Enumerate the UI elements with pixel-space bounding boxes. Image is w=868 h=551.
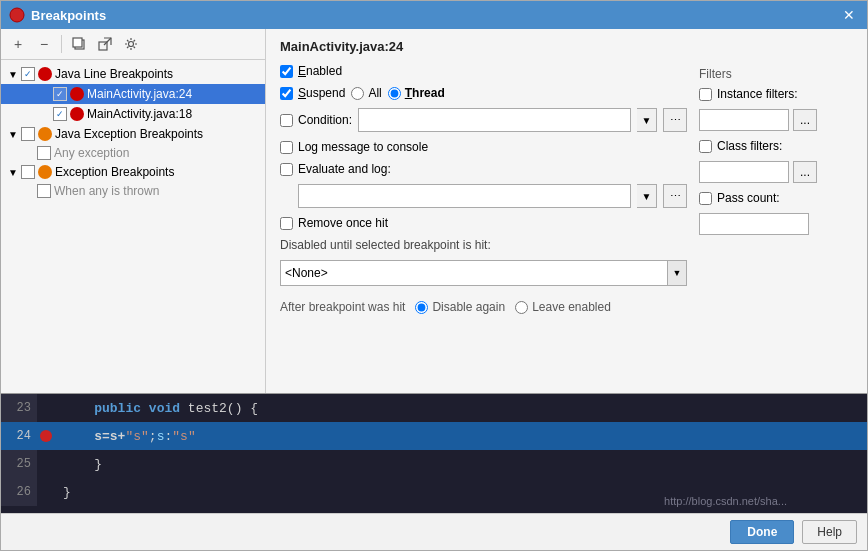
remove-once-checkbox[interactable] (280, 217, 293, 230)
main-content: + − (1, 29, 867, 393)
bp-marker-24 (37, 422, 55, 450)
log-message-row: Log message to console (280, 140, 687, 154)
pass-count-checkbox[interactable] (699, 192, 712, 205)
java-exception-checkbox[interactable] (21, 127, 35, 141)
instance-filters-input[interactable] (699, 109, 789, 131)
settings-icon (124, 37, 138, 51)
tree-item-java-line-bp[interactable]: ▼ ✓ Java Line Breakpoints (1, 64, 265, 84)
add-button[interactable]: + (7, 33, 29, 55)
class-filters-checkbox[interactable] (699, 140, 712, 153)
enabled-label: Enabled (298, 64, 342, 78)
code-area: 23 public void test2() { 24 s=s+ "s" ; (1, 393, 867, 513)
enabled-checkbox-label[interactable]: Enabled (280, 64, 342, 78)
class-filters-input[interactable] (699, 161, 789, 183)
line-num-23: 23 (1, 394, 37, 422)
pass-count-row: Pass count: (699, 191, 857, 205)
all-radio-label[interactable]: All (351, 86, 381, 100)
condition-checkbox-label[interactable]: Condition: (280, 113, 352, 127)
pass-count-label[interactable]: Pass count: (699, 191, 780, 205)
filters-section: Filters Instance filters: ... (699, 67, 857, 243)
exception-bp-icon (38, 165, 52, 179)
tree-arrow4: ▼ (5, 164, 21, 180)
any-exception-checkbox[interactable] (37, 146, 51, 160)
log-message-checkbox-label[interactable]: Log message to console (280, 140, 428, 154)
evaluate-input[interactable] (298, 184, 631, 208)
leave-enabled-radio[interactable] (515, 301, 528, 314)
log-message-checkbox[interactable] (280, 141, 293, 154)
instance-filters-text: Instance filters: (717, 87, 798, 101)
all-radio[interactable] (351, 87, 364, 100)
suspend-row: Suspend All Thread (280, 86, 687, 100)
main-18-checkbox[interactable]: ✓ (53, 107, 67, 121)
condition-dropdown-btn[interactable]: ▼ (637, 108, 657, 132)
none-dropdown-arrow[interactable]: ▼ (667, 260, 687, 286)
breakpoint-icon (9, 7, 25, 23)
disabled-until-row: Disabled until selected breakpoint is hi… (280, 238, 687, 252)
thread-radio-label[interactable]: Thread (388, 86, 445, 100)
evaluate-dropdown-btn[interactable]: ▼ (637, 184, 657, 208)
class-filters-text: Class filters: (717, 139, 782, 153)
exception-bp-label: Exception Breakpoints (55, 165, 174, 179)
tree-item-exception-bp[interactable]: ▼ Exception Breakpoints (1, 162, 265, 182)
instance-filters-checkbox[interactable] (699, 88, 712, 101)
disable-again-radio[interactable] (415, 301, 428, 314)
exception-bp-checkbox[interactable] (21, 165, 35, 179)
pass-count-input[interactable] (699, 213, 809, 235)
bp-marker-26 (37, 478, 55, 506)
condition-input[interactable] (358, 108, 631, 132)
svg-rect-2 (73, 38, 82, 47)
tree-item-main-18[interactable]: ✓ MainActivity.java:18 (1, 104, 265, 124)
disable-again-radio-label[interactable]: Disable again (415, 300, 505, 314)
remove-button[interactable]: − (33, 33, 55, 55)
line-num-26: 26 (1, 478, 37, 506)
tree-item-main-24[interactable]: ✓ MainActivity.java:24 (1, 84, 265, 104)
when-thrown-checkbox[interactable] (37, 184, 51, 198)
none-select[interactable]: <None> (280, 260, 667, 286)
export-button[interactable] (94, 33, 116, 55)
condition-checkbox[interactable] (280, 114, 293, 127)
evaluate-checkbox-label[interactable]: Evaluate and log: (280, 162, 391, 176)
enabled-checkbox[interactable] (280, 65, 293, 78)
class-filters-row: Class filters: (699, 139, 857, 153)
class-filters-dots-btn[interactable]: ... (793, 161, 817, 183)
copy-button[interactable] (68, 33, 90, 55)
title-bar-left: Breakpoints (9, 7, 106, 23)
line-num-24: 24 (1, 422, 37, 450)
pass-count-input-row (699, 213, 857, 235)
breakpoint-tree: ▼ ✓ Java Line Breakpoints ✓ MainActivity… (1, 60, 265, 393)
evaluate-input-row: ▼ ⋯ (280, 184, 687, 208)
breakpoint-dot (40, 430, 52, 442)
java-line-bp-checkbox[interactable]: ✓ (21, 67, 35, 81)
instance-filters-dots-btn[interactable]: ... (793, 109, 817, 131)
evaluate-checkbox[interactable] (280, 163, 293, 176)
when-thrown-label: When any is thrown (54, 184, 159, 198)
suspend-checkbox[interactable] (280, 87, 293, 100)
java-line-bp-icon (38, 67, 52, 81)
line-content-24: s=s+ "s" ; s : "s" (55, 422, 867, 450)
main-18-icon (70, 107, 84, 121)
tree-item-any-exception[interactable]: Any exception (1, 144, 265, 162)
evaluate-icon-btn[interactable]: ⋯ (663, 184, 687, 208)
evaluate-label: Evaluate and log: (298, 162, 391, 176)
tree-item-java-exception[interactable]: ▼ Java Exception Breakpoints (1, 124, 265, 144)
settings-button[interactable] (120, 33, 142, 55)
main-24-checkbox[interactable]: ✓ (53, 87, 67, 101)
help-button[interactable]: Help (802, 520, 857, 544)
condition-icon-btn[interactable]: ⋯ (663, 108, 687, 132)
instance-filters-label[interactable]: Instance filters: (699, 87, 798, 101)
remove-once-checkbox-label[interactable]: Remove once hit (280, 216, 388, 230)
copy-icon (72, 37, 86, 51)
instance-filters-row: Instance filters: (699, 87, 857, 101)
thread-radio[interactable] (388, 87, 401, 100)
leave-enabled-radio-label[interactable]: Leave enabled (515, 300, 611, 314)
done-button[interactable]: Done (730, 520, 794, 544)
tree-arrow-empty2 (37, 106, 53, 122)
condition-label: Condition: (298, 113, 352, 127)
suspend-checkbox-label[interactable]: Suspend (280, 86, 345, 100)
close-button[interactable]: ✕ (839, 5, 859, 25)
line-num-25: 25 (1, 450, 37, 478)
class-filters-label[interactable]: Class filters: (699, 139, 782, 153)
tree-item-when-thrown[interactable]: When any is thrown (1, 182, 265, 200)
code-line-24: 24 s=s+ "s" ; s : "s" (1, 422, 867, 450)
code-line-25: 25 } (1, 450, 867, 478)
